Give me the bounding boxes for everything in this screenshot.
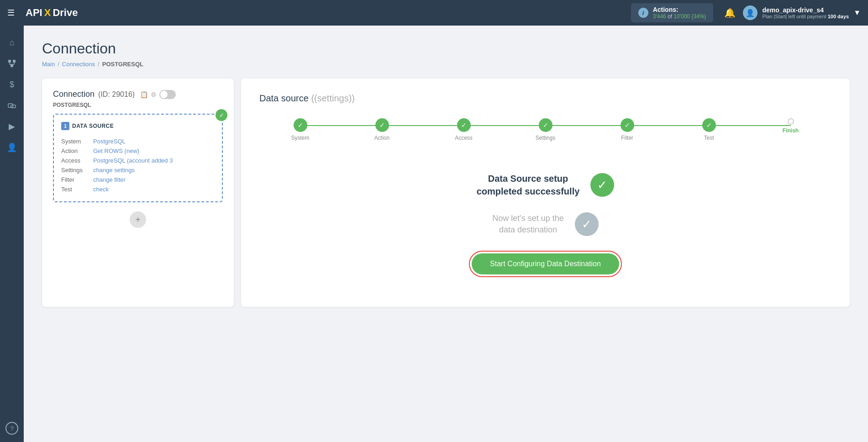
table-row: Testcheck: [61, 184, 215, 194]
breadcrumb-current: POSTGRESQL: [102, 61, 143, 68]
chevron-down-icon[interactable]: ▼: [853, 9, 861, 17]
success-check-icon: ✓: [590, 173, 614, 197]
step-settings: ✓Settings: [505, 118, 586, 141]
hamburger-icon[interactable]: ☰: [7, 8, 15, 18]
connection-id: (ID: 29016): [98, 90, 135, 99]
sidebar-item-integrations[interactable]: [2, 96, 21, 115]
gear-icon[interactable]: ⚙: [151, 91, 157, 98]
step-finish: Finish: [750, 118, 831, 134]
avatar: 👤: [743, 5, 758, 20]
bell-icon[interactable]: 🔔: [724, 7, 736, 18]
page-title: Connection: [42, 40, 850, 57]
user-info: demo_apix-drive_s4 Plan |Start| left unt…: [762, 6, 849, 19]
main-content: Connection Main / Connections / POSTGRES…: [24, 26, 868, 442]
app-layout: ⌂ $ ▶ 👤 ? Connection Main: [0, 26, 868, 442]
add-block-button[interactable]: +: [130, 211, 146, 228]
right-card: Data source ((settings)) ✓System✓Action✓…: [241, 79, 850, 307]
logo-x: X: [44, 7, 51, 19]
step-test: ✓Test: [668, 118, 750, 141]
step-system: ✓System: [259, 118, 341, 141]
user-plan: Plan |Start| left until payment 100 days: [762, 14, 849, 19]
svg-rect-2: [11, 64, 13, 67]
ds-number: 1: [61, 122, 69, 130]
sidebar: ⌂ $ ▶ 👤 ?: [0, 26, 24, 442]
actions-label: Actions:: [653, 6, 706, 13]
table-row: ActionGet ROWS (new): [61, 146, 215, 156]
sidebar-item-tutorials[interactable]: ▶: [2, 117, 21, 136]
sidebar-item-account[interactable]: 👤: [2, 138, 21, 157]
data-source-title: Data source: [259, 93, 309, 103]
info-icon: i: [638, 8, 648, 18]
ds-title-text: DATA SOURCE: [72, 123, 114, 129]
settings-text: ((settings)): [311, 93, 355, 103]
right-card-title: Data source ((settings)): [259, 93, 831, 104]
next-check-icon: ✓: [575, 212, 599, 236]
logo-api: API: [26, 7, 42, 19]
user-section: 👤 demo_apix-drive_s4 Plan |Start| left u…: [743, 5, 861, 20]
connection-label: POSTGRESQL: [53, 102, 223, 108]
cards-row: Connection (ID: 29016) 📋 ⚙ POSTGRESQL ✓ …: [42, 79, 850, 307]
header-icons: 📋 ⚙: [140, 90, 176, 99]
step-action: ✓Action: [341, 118, 423, 141]
table-row: Filterchange filter: [61, 175, 215, 184]
sidebar-item-connections[interactable]: [2, 54, 21, 73]
breadcrumb-connections[interactable]: Connections: [62, 61, 95, 68]
actions-count: 3'446 of 10'000 (34%): [653, 13, 706, 20]
connection-title: Connection: [53, 89, 95, 99]
copy-icon[interactable]: 📋: [140, 91, 148, 98]
ds-title: 1 DATA SOURCE: [61, 122, 215, 130]
start-configuring-button[interactable]: Start Configuring Data Destination: [472, 253, 619, 274]
steps-row: ✓System✓Action✓Access✓Settings✓Filter✓Te…: [259, 118, 831, 141]
next-step-text: Now let's set up thedata destination: [492, 213, 564, 236]
connection-toggle[interactable]: [159, 90, 176, 99]
svg-rect-1: [13, 60, 16, 63]
breadcrumb-main[interactable]: Main: [42, 61, 55, 68]
connection-header: Connection (ID: 29016) 📋 ⚙: [53, 89, 223, 99]
actions-badge: i Actions: 3'446 of 10'000 (34%): [631, 3, 714, 22]
svg-rect-7: [8, 104, 13, 107]
success-row-1: Data Source setupcompleted successfully …: [477, 172, 615, 198]
success-section: Data Source setupcompleted successfully …: [259, 163, 831, 286]
left-card: Connection (ID: 29016) 📋 ⚙ POSTGRESQL ✓ …: [42, 79, 234, 307]
step-filter: ✓Filter: [586, 118, 668, 141]
sidebar-item-billing[interactable]: $: [2, 75, 21, 94]
table-row: AccessPostgreSQL (account added 3: [61, 156, 215, 165]
user-name: demo_apix-drive_s4: [762, 6, 849, 14]
svg-rect-0: [8, 60, 11, 63]
success-row-2: Now let's set up thedata destination ✓: [492, 212, 599, 236]
table-row: Settingschange settings: [61, 165, 215, 175]
sidebar-item-help[interactable]: ?: [5, 422, 18, 435]
ds-check-icon: ✓: [216, 109, 227, 121]
success-text: Data Source setupcompleted successfully: [477, 172, 580, 198]
breadcrumb: Main / Connections / POSTGRESQL: [42, 61, 850, 68]
logo-drive: Drive: [53, 7, 78, 19]
logo: APIXDrive: [26, 7, 78, 19]
step-access: ✓Access: [423, 118, 505, 141]
sidebar-item-home[interactable]: ⌂: [2, 33, 21, 52]
cta-wrapper: Start Configuring Data Destination: [469, 251, 622, 277]
data-source-block: ✓ 1 DATA SOURCE SystemPostgreSQLActionGe…: [53, 114, 223, 202]
ds-table: SystemPostgreSQLActionGet ROWS (new)Acce…: [61, 137, 215, 194]
header: ☰ APIXDrive i Actions: 3'446 of 10'000 (…: [0, 0, 868, 26]
table-row: SystemPostgreSQL: [61, 137, 215, 146]
